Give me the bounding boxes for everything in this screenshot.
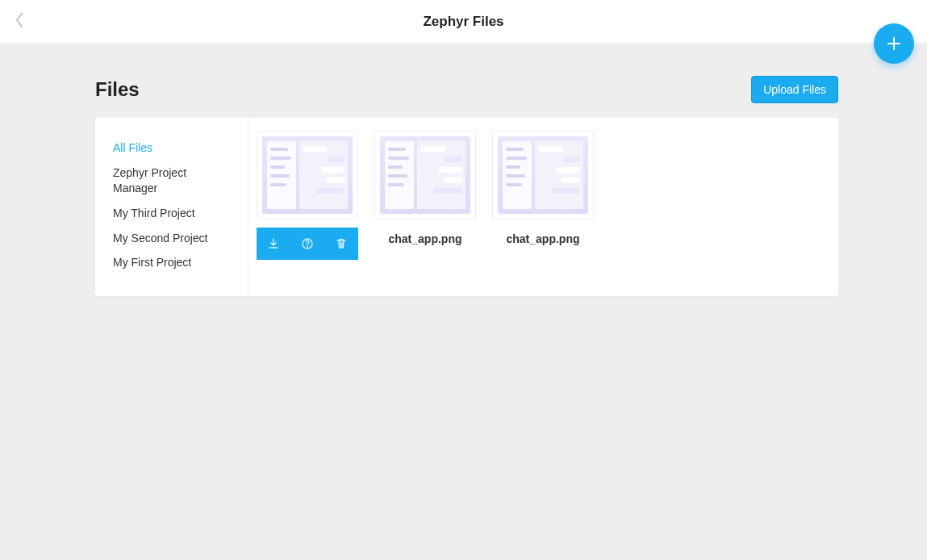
sidebar-item-all-files[interactable]: All Files [113,137,233,159]
file-action-bar [257,228,358,260]
top-bar: Zephyr Files [0,0,927,44]
file-name: chat_app.png [374,232,476,245]
file-card[interactable] [257,131,358,260]
topbar-title: Zephyr Files [423,14,503,30]
download-icon[interactable] [267,237,280,250]
file-card[interactable]: chat_app.png [492,131,594,245]
upload-files-button[interactable]: Upload Files [751,76,838,103]
svg-rect-1 [887,43,900,44]
sidebar-item-project[interactable]: My Second Project [113,228,233,249]
file-name: chat_app.png [492,232,594,245]
file-thumbnail [374,131,476,219]
file-card[interactable]: chat_app.png [374,131,476,245]
page-title: Files [95,78,140,101]
file-thumbnail [492,131,594,219]
help-icon[interactable] [301,237,314,250]
back-icon[interactable] [15,12,24,31]
sidebar-item-project[interactable]: My Third Project [113,203,233,224]
add-button[interactable] [874,23,914,64]
files-panel: All Files Zephyr Project Manager My Thir… [95,118,838,296]
svg-point-3 [307,246,307,247]
sidebar-item-project[interactable]: My First Project [113,252,233,274]
file-thumbnail [257,131,358,219]
sidebar-item-project[interactable]: Zephyr Project Manager [113,162,233,199]
sidebar: All Files Zephyr Project Manager My Thir… [95,118,248,296]
files-grid: chat_app.png chat_app.png [248,118,838,296]
trash-icon[interactable] [335,237,348,250]
